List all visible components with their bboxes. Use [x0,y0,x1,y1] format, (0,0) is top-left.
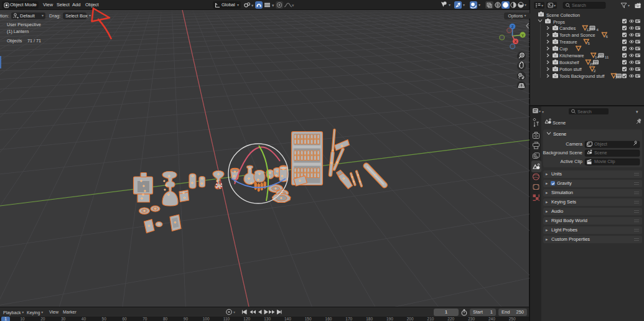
svg-text:Active Clip: Active Clip [561,159,582,164]
svg-text:Scene: Scene [553,120,566,126]
svg-text:▾: ▾ [251,3,254,7]
svg-text:Kitchenware: Kitchenware [559,53,584,58]
svg-text:▾: ▾ [554,4,556,7]
svg-text:▾: ▾ [292,3,294,7]
svg-text:Scene: Scene [553,131,566,137]
svg-text:▾: ▾ [525,3,526,7]
svg-text:▾: ▾ [272,3,274,7]
svg-text:▾: ▾ [233,310,235,314]
svg-text:▾: ▾ [541,4,543,7]
svg-text:4: 4 [597,28,599,32]
svg-text:Tools Background stuff: Tools Background stuff [559,73,605,79]
svg-text:Cup: Cup [559,46,567,52]
svg-text:Potion stuff: Potion stuff [559,67,582,72]
svg-text:▾: ▾ [542,110,544,114]
svg-text:Movie Clip: Movie Clip [594,159,615,164]
svg-text:▾: ▾ [636,109,638,114]
svg-text:▾: ▾ [539,109,541,113]
svg-text:▾: ▾ [463,3,465,7]
svg-text:6: 6 [606,35,609,39]
svg-text:Search: Search [577,109,592,114]
svg-text:11: 11 [605,55,609,59]
svg-text:▾: ▾ [449,3,450,7]
svg-text:Props: Props [553,19,565,25]
svg-text:Treasure: Treasure [559,39,577,45]
svg-text:Bookshelf: Bookshelf [559,60,579,65]
svg-text:Object: Object [594,141,607,147]
svg-text:Torch and Sconce: Torch and Sconce [559,32,595,38]
svg-text:▾: ▾ [478,3,480,7]
svg-text:Camera: Camera [566,141,583,147]
svg-text:▾: ▾ [628,4,630,7]
svg-text:5: 5 [588,42,590,45]
svg-text:2: 2 [594,69,596,73]
svg-text:Scene Collection: Scene Collection [546,12,580,18]
svg-text:Scene: Scene [594,150,607,156]
svg-text:Search: Search [572,2,586,8]
svg-text:Background Scene: Background Scene [543,150,582,156]
svg-text:Candles: Candles [559,26,576,31]
